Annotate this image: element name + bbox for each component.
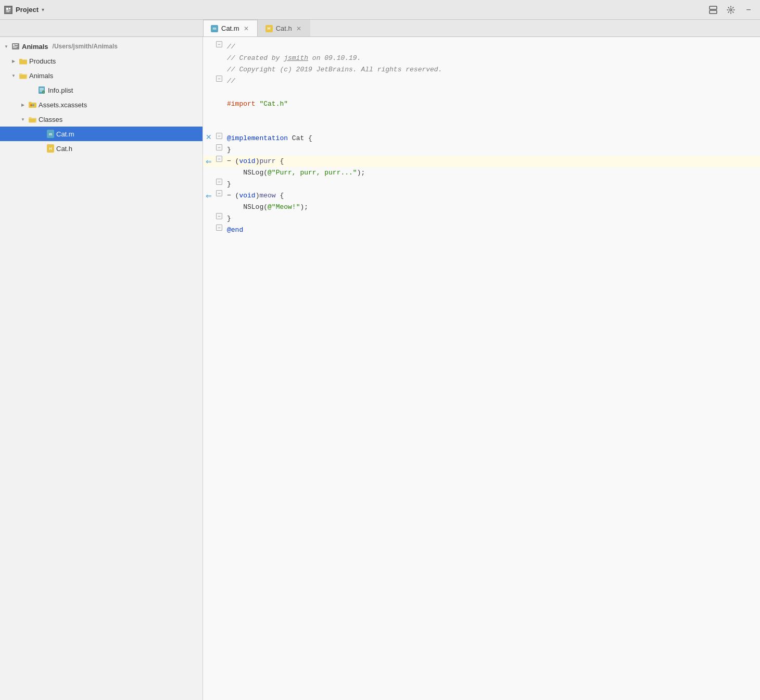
m-file-icon: m (47, 130, 54, 138)
svg-rect-1 (6, 8, 8, 10)
sidebar: Animals /Users/jsmith/Animals Products A… (0, 37, 203, 700)
fold-box-13[interactable]: − (216, 179, 222, 185)
fold-box-10[interactable]: − (216, 144, 222, 151)
svg-rect-5 (710, 6, 717, 9)
code-line-7 (203, 110, 760, 121)
folder-closed-icon (19, 58, 27, 65)
code-line-6: #import "Cat.h" (203, 98, 760, 110)
sidebar-item-products[interactable]: Products (0, 54, 202, 68)
folder-open-icon (19, 72, 27, 79)
fold-gutter-13[interactable]: − (214, 179, 224, 185)
fold-box-9[interactable]: − (216, 133, 222, 139)
settings-button[interactable] (726, 5, 736, 15)
sidebar-item-animals-folder[interactable]: Animals (0, 68, 202, 83)
svg-point-7 (730, 9, 732, 11)
code-line-15: NSLog(@"Meow!"); (203, 202, 760, 213)
tab-m-icon: m (211, 25, 218, 32)
sidebar-item-cat-m[interactable]: m Cat.m (0, 127, 202, 141)
annotation-gutter-9: ✕ (203, 133, 214, 141)
fold-gutter-16[interactable]: − (214, 213, 224, 219)
code-line-9: ✕ − @implementation Cat { (203, 133, 760, 144)
sidebar-item-classes-label: Classes (39, 116, 62, 123)
minimize-button[interactable]: − (743, 5, 754, 15)
line-content-6: #import "Cat.h" (224, 98, 760, 110)
annotation-gutter-11: ⇐ (203, 156, 214, 167)
code-line-11: ⇐ − − (void)purr { (203, 156, 760, 167)
main-layout: Animals /Users/jsmith/Animals Products A… (0, 37, 760, 700)
fold-gutter-10[interactable]: − (214, 144, 224, 151)
sidebar-item-assets[interactable]: Assets.xcassets (0, 97, 202, 112)
line-content-7 (224, 110, 760, 121)
svg-rect-2 (9, 8, 10, 9)
fold-box-11[interactable]: − (216, 156, 222, 162)
tab-cat-m-label: Cat.m (221, 24, 239, 32)
line-content-11: − (void)purr { (224, 156, 760, 167)
project-icon (11, 42, 20, 51)
svg-rect-3 (6, 10, 10, 11)
fold-box-14[interactable]: − (216, 190, 222, 196)
sidebar-item-info-plist[interactable]: i Info.plist (0, 83, 202, 97)
chevron-down-icon (3, 43, 9, 49)
svg-rect-0 (5, 7, 11, 13)
chevron-down-icon (20, 116, 26, 122)
code-line-8 (203, 121, 760, 133)
line-content-4: // (224, 76, 760, 87)
project-icon (4, 6, 12, 14)
code-line-1: − // (203, 41, 760, 53)
code-editor[interactable]: − // // Created by jsmith on 09.10.19. /… (203, 37, 760, 700)
line-content-10: } (224, 144, 760, 156)
code-line-10: − } (203, 144, 760, 156)
sidebar-item-cat-h[interactable]: H Cat.h (0, 141, 202, 156)
svg-rect-12 (13, 47, 17, 48)
svg-rect-15 (40, 90, 44, 91)
svg-rect-6 (710, 10, 717, 14)
chevron-down-icon: ▾ (42, 7, 44, 12)
svg-point-19 (30, 104, 32, 106)
tab-cat-m-close[interactable]: ✕ (243, 25, 250, 32)
layout-button[interactable] (708, 5, 718, 15)
line-content-17: @end (224, 224, 760, 236)
line-content-16: } (224, 213, 760, 224)
fold-gutter-1[interactable]: − (214, 41, 224, 47)
project-label[interactable]: Project (16, 6, 39, 14)
sidebar-root-path: /Users/jsmith/Animals (53, 43, 118, 50)
sidebar-item-cat-h-label: Cat.h (56, 145, 72, 153)
fold-box-17[interactable]: − (216, 224, 222, 231)
fold-box-1[interactable]: − (216, 41, 222, 47)
fold-gutter-4[interactable]: − (214, 76, 224, 82)
code-line-12: NSLog(@"Purr, purr, purr..."); (203, 167, 760, 179)
fold-gutter-11[interactable]: − (214, 156, 224, 162)
line-content-5 (224, 87, 760, 98)
code-line-16: − } (203, 213, 760, 224)
diff-icon-9: ✕ (206, 133, 212, 141)
code-line-13: − } (203, 179, 760, 190)
tab-cat-h[interactable]: H Cat.h ✕ (258, 20, 310, 36)
sidebar-item-root[interactable]: Animals /Users/jsmith/Animals (0, 39, 202, 54)
tab-cat-h-label: Cat.h (276, 24, 292, 32)
line-content-12: NSLog(@"Purr, purr, purr..."); (224, 167, 760, 179)
code-line-14: ⇐ − − (void)meow { (203, 190, 760, 202)
tab-h-icon: H (265, 25, 273, 32)
title-bar: Project ▾ − (0, 0, 760, 20)
sidebar-item-classes[interactable]: Classes (0, 112, 202, 127)
folder-open-icon (28, 116, 36, 123)
tab-cat-m[interactable]: m Cat.m ✕ (203, 20, 258, 36)
tab-cat-h-close[interactable]: ✕ (295, 25, 302, 32)
code-line-17: − @end (203, 224, 760, 236)
fold-gutter-9[interactable]: − (214, 133, 224, 139)
code-line-4: − // (203, 76, 760, 87)
h-file-icon: H (47, 144, 54, 153)
chevron-down-icon (10, 72, 17, 79)
tabs-bar: m Cat.m ✕ H Cat.h ✕ (0, 20, 760, 37)
svg-rect-14 (40, 88, 44, 89)
sidebar-item-animals-label: Animals (29, 72, 53, 80)
sidebar-item-assets-label: Assets.xcassets (39, 101, 87, 109)
line-content-3: // Copyright (c) 2019 JetBrains. All rig… (224, 64, 760, 76)
svg-text:i: i (43, 91, 44, 93)
fold-box-4[interactable]: − (216, 76, 222, 82)
chevron-right-icon (10, 58, 17, 64)
fold-box-16[interactable]: − (216, 213, 222, 219)
fold-gutter-14[interactable]: − (214, 190, 224, 196)
fold-gutter-17[interactable]: − (214, 224, 224, 231)
xcassets-icon (28, 101, 36, 108)
